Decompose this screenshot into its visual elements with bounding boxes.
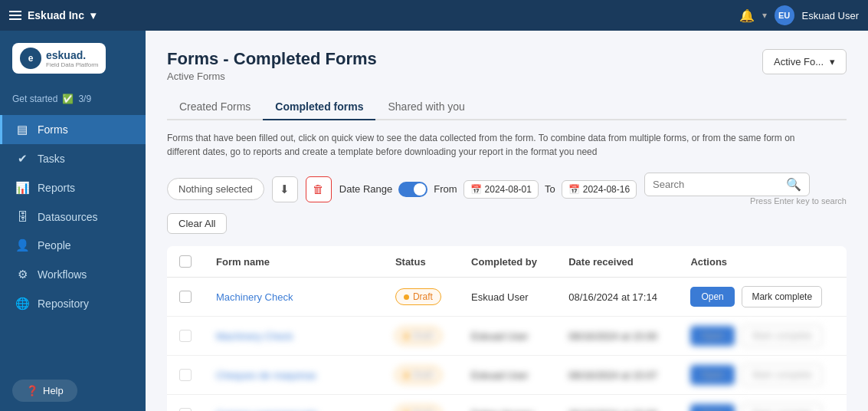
form-name-link[interactable]: Machinery Check [216, 291, 293, 303]
table-row: Chequeo de maquinas Draft Eskuad User 08… [167, 356, 847, 395]
datasources-icon: 🗄 [15, 210, 30, 223]
date-range-toggle[interactable] [398, 182, 427, 197]
delete-button[interactable]: 🗑 [306, 176, 332, 202]
sidebar-item-label: Tasks [38, 153, 65, 165]
to-date-input[interactable]: 📅 2024-08-16 [562, 180, 637, 199]
th-form-name: Form name [204, 246, 383, 278]
mark-complete-button[interactable]: Mark complete [742, 286, 822, 307]
search-hint: Press Enter key to search [750, 196, 847, 206]
hamburger-icon[interactable] [9, 11, 21, 20]
download-icon: ⬇ [280, 182, 290, 196]
row-date-received: 08/16/2024 at 17:14 [556, 278, 678, 317]
form-name-link[interactable]: Compra supermercado [216, 409, 318, 412]
workflows-icon: ⚙ [15, 268, 30, 281]
form-name-link[interactable]: Machinery Check [216, 330, 293, 342]
sidebar-item-label: People [38, 239, 71, 252]
org-name: Eskuad Inc [28, 9, 84, 21]
sidebar-item-workflows[interactable]: ⚙ Workflows [0, 260, 146, 289]
open-button[interactable]: Open [690, 326, 734, 346]
mark-complete-button[interactable]: Mark complete [742, 403, 822, 411]
mark-complete-button[interactable]: Mark complete [742, 364, 822, 386]
tasks-icon: ✔ [15, 152, 30, 166]
clear-all-button[interactable]: Clear All [167, 213, 227, 234]
get-started-label: Get started [12, 94, 57, 104]
th-checkbox [167, 246, 204, 278]
row-completed-by: Eskuad User [459, 278, 556, 317]
help-label: Help [43, 385, 64, 396]
calendar-icon: 📅 [470, 184, 482, 195]
dropdown-label: Active Fo... [774, 56, 824, 67]
sidebar-item-datasources[interactable]: 🗄 Datasources [0, 202, 146, 231]
open-button[interactable]: Open [690, 287, 734, 307]
row-actions: Open Mark complete [678, 395, 847, 412]
tab-shared-with-you[interactable]: Shared with you [375, 94, 477, 120]
row-checkbox[interactable] [179, 291, 192, 303]
row-date-received: 08/16/2024 at 15:07 [556, 356, 678, 395]
active-forms-dropdown[interactable]: Active Fo... ▾ [762, 49, 847, 74]
th-date-received: Date received [556, 246, 678, 278]
table-header: Form name Status Completed by Date recei… [167, 246, 847, 278]
row-date-received: 08/16/2024 at 15:00 [556, 317, 678, 356]
select-all-checkbox[interactable] [179, 255, 192, 268]
form-name-link[interactable]: Chequeo de maquinas [216, 370, 316, 381]
avatar[interactable]: EU [775, 5, 794, 25]
th-status: Status [383, 246, 459, 278]
sidebar-item-label: Repository [38, 298, 89, 310]
org-chevron[interactable]: ▾ [90, 9, 96, 21]
from-date-input[interactable]: 📅 2024-08-01 [463, 180, 539, 199]
topbar-chevron: ▾ [762, 10, 767, 21]
info-text: Forms that have been filled out, click o… [167, 131, 826, 159]
forms-table: Form name Status Completed by Date recei… [167, 246, 847, 411]
search-input[interactable] [653, 179, 781, 190]
tab-created-forms[interactable]: Created Forms [167, 94, 263, 120]
th-completed-by: Completed by [459, 246, 556, 278]
download-button[interactable]: ⬇ [272, 176, 298, 202]
row-checkbox-cell [167, 317, 204, 356]
status-dot [404, 294, 409, 300]
status-label: Draft [413, 370, 433, 380]
sidebar-item-label: Datasources [38, 211, 98, 223]
th-actions: Actions [678, 246, 847, 278]
page-title: Forms - Completed Forms [167, 49, 377, 69]
mark-complete-button[interactable]: Mark complete [742, 325, 822, 347]
help-button[interactable]: ❓ Help [12, 380, 77, 402]
sidebar-bottom: ❓ Help [0, 370, 146, 411]
row-completed-by: Eskuad User [459, 356, 556, 395]
check-icon: ✅ [62, 94, 74, 104]
row-checkbox[interactable] [179, 369, 192, 381]
reports-icon: 📊 [15, 181, 30, 195]
page-title-block: Forms - Completed Forms Active Forms [167, 49, 377, 82]
main-content: Forms - Completed Forms Active Forms Act… [146, 31, 868, 411]
open-button[interactable]: Open [690, 365, 734, 385]
table-row: Machinery Check Draft Eskuad User 08/16/… [167, 317, 847, 356]
trash-icon: 🗑 [313, 182, 324, 196]
table-row: Machinery Check Draft Eskuad User 08/16/… [167, 278, 847, 317]
row-actions: Open Mark complete [678, 278, 847, 317]
row-checkbox[interactable] [179, 408, 192, 411]
sidebar-item-repository[interactable]: 🌐 Repository [0, 289, 146, 318]
row-form-name: Machinery Check [204, 278, 383, 317]
row-status: Draft [383, 356, 459, 395]
main-layout: e eskuad. Field Data Platform Get starte… [0, 31, 868, 411]
repository-icon: 🌐 [15, 297, 30, 311]
calendar-icon: 📅 [568, 184, 580, 195]
tab-completed-forms[interactable]: Completed forms [263, 94, 375, 120]
get-started[interactable]: Get started ✅ 3/9 [0, 89, 146, 112]
dropdown-chevron-icon: ▾ [830, 56, 835, 67]
row-status: Draft [383, 317, 459, 356]
toolbar: Nothing selected ⬇ 🗑 Date Range From 📅 2… [167, 173, 847, 234]
page-subtitle: Active Forms [167, 71, 377, 82]
search-box: 🔍 [644, 173, 810, 196]
sidebar-item-reports[interactable]: 📊 Reports [0, 173, 146, 202]
open-button[interactable]: Open [690, 404, 734, 411]
sidebar-item-people[interactable]: 👤 People [0, 231, 146, 260]
sidebar-item-forms[interactable]: ▤ Forms [0, 115, 146, 144]
nothing-selected-button[interactable]: Nothing selected [167, 178, 264, 200]
status-badge: Draft [395, 406, 441, 411]
notification-icon[interactable]: 🔔 [739, 8, 755, 23]
row-checkbox[interactable] [179, 330, 192, 342]
to-label: To [545, 183, 555, 195]
table-body: Machinery Check Draft Eskuad User 08/16/… [167, 278, 847, 412]
sidebar-item-tasks[interactable]: ✔ Tasks [0, 144, 146, 173]
date-range-label: Date Range [339, 183, 392, 195]
